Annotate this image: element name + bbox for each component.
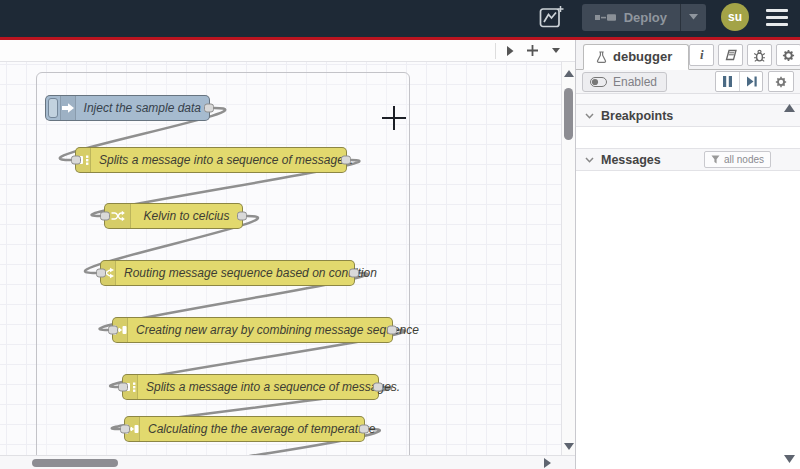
flow-export-icon — [538, 4, 565, 31]
workspace-region: Inject the sample dataSplits a message i… — [0, 40, 575, 469]
horizontal-scroll-thumb[interactable] — [32, 459, 118, 467]
chevron-down-icon — [585, 113, 594, 119]
messages-filter-button[interactable]: all nodes — [704, 151, 771, 168]
flow-export-button[interactable] — [537, 3, 567, 31]
info-button[interactable]: i — [689, 44, 714, 66]
bug-icon — [753, 49, 766, 62]
filter-label: all nodes — [724, 154, 764, 165]
node-change[interactable]: Kelvin to celcius — [104, 203, 243, 229]
debugger-step-controls — [715, 71, 763, 92]
node-output-port[interactable] — [341, 156, 351, 165]
node-output-port[interactable] — [204, 104, 214, 113]
flask-icon — [596, 51, 607, 63]
filter-icon — [711, 155, 720, 164]
node-output-port[interactable] — [373, 383, 383, 392]
node-label: Splits a message into a sequence of mess… — [138, 375, 408, 399]
play-icon — [506, 46, 514, 56]
section-breakpoints[interactable]: Breakpoints — [576, 104, 800, 127]
breakpoints-list-empty — [576, 127, 800, 148]
tab-debugger[interactable]: debugger — [583, 44, 689, 70]
deploy-button[interactable]: Deploy — [582, 4, 680, 31]
step-icon — [746, 76, 757, 87]
scroll-down-icon[interactable] — [564, 442, 574, 450]
chevron-down-icon — [552, 48, 560, 53]
flow-canvas[interactable]: Inject the sample dataSplits a message i… — [0, 62, 561, 455]
node-input-port[interactable] — [108, 326, 118, 335]
avatar-initials: su — [728, 10, 742, 24]
node-inject[interactable]: Inject the sample data — [45, 95, 210, 121]
workspace-tab-bar — [0, 40, 575, 62]
enabled-label: Enabled — [613, 75, 657, 89]
info-icon: i — [700, 47, 704, 63]
main-menu-button[interactable] — [764, 5, 790, 30]
sidebar-tab-bar: debugger i — [576, 40, 800, 70]
settings-button[interactable] — [776, 44, 800, 66]
node-label: Splits a message into a sequence of mess… — [91, 148, 361, 172]
node-label: Creating new array by combining message … — [128, 318, 427, 342]
node-output-port[interactable] — [349, 269, 359, 278]
deploy-split-button: Deploy — [582, 4, 706, 31]
user-avatar[interactable]: su — [721, 3, 749, 31]
sidebar-scroll-up-icon[interactable] — [784, 104, 795, 113]
gear-icon — [782, 49, 795, 62]
pause-button[interactable] — [716, 72, 739, 91]
tabbar-separator — [495, 43, 496, 59]
messages-list-empty — [576, 171, 800, 469]
add-flow-button[interactable] — [521, 41, 544, 61]
book-icon — [724, 49, 738, 61]
node-input-port[interactable] — [118, 383, 128, 392]
node-split[interactable]: Splits a message into a sequence of mess… — [122, 374, 379, 400]
debugger-toolbar: Enabled — [576, 70, 800, 94]
debugger-panel: Breakpoints Messages all nodes — [576, 94, 800, 469]
tab-scroll-right-button[interactable] — [498, 41, 521, 61]
node-input-port[interactable] — [96, 269, 106, 278]
flow-list-button[interactable] — [544, 41, 567, 61]
sidebar-tab-label: debugger — [613, 49, 672, 64]
messages-title: Messages — [601, 153, 661, 167]
breakpoints-title: Breakpoints — [601, 109, 673, 123]
node-input-port[interactable] — [120, 425, 130, 434]
node-split[interactable]: Splits a message into a sequence of mess… — [75, 147, 347, 173]
node-label: Kelvin to celcius — [131, 204, 242, 228]
node-output-port[interactable] — [237, 212, 247, 221]
inject-arrow-icon — [60, 96, 76, 120]
node-input-port[interactable] — [100, 212, 110, 221]
help-book-button[interactable] — [718, 44, 743, 66]
node-red-app: Deploy su — [0, 0, 800, 469]
menu-icon — [766, 9, 788, 12]
toggle-icon — [590, 77, 607, 87]
scroll-up-icon[interactable] — [564, 70, 574, 78]
inject-trigger-button[interactable] — [48, 98, 58, 118]
deploy-label: Deploy — [624, 10, 667, 25]
debugger-enabled-toggle[interactable]: Enabled — [582, 72, 667, 92]
gear-icon — [775, 76, 787, 88]
deploy-options-button[interactable] — [680, 4, 706, 31]
chevron-down-icon — [689, 14, 698, 20]
sidebar-scroll-down-icon[interactable] — [784, 454, 795, 463]
node-label: Routing message sequence based on condit… — [116, 261, 385, 285]
vertical-scroll-thumb[interactable] — [564, 88, 573, 140]
plus-icon — [527, 45, 538, 56]
node-output-port[interactable] — [359, 425, 369, 434]
top-navbar: Deploy su — [0, 0, 800, 40]
node-label: Inject the sample data — [76, 96, 209, 120]
chevron-down-icon — [585, 157, 594, 163]
step-button[interactable] — [739, 72, 762, 91]
scroll-right-icon[interactable] — [544, 458, 552, 468]
canvas-vertical-scrollbar[interactable] — [561, 62, 575, 455]
node-switch[interactable]: Routing message sequence based on condit… — [100, 260, 355, 286]
canvas-horizontal-scrollbar[interactable] — [0, 455, 575, 469]
node-label: Calculating the the average of temperatu… — [140, 417, 383, 441]
node-join[interactable]: Calculating the the average of temperatu… — [124, 416, 365, 442]
deploy-icon — [595, 11, 616, 24]
node-output-port[interactable] — [387, 326, 397, 335]
pause-icon — [723, 76, 732, 87]
node-input-port[interactable] — [71, 156, 81, 165]
node-join[interactable]: Creating new array by combining message … — [112, 317, 393, 343]
debug-messages-button[interactable] — [747, 44, 772, 66]
section-messages[interactable]: Messages all nodes — [576, 148, 800, 171]
debugger-settings-button[interactable] — [768, 71, 794, 92]
right-sidebar: debugger i — [575, 40, 800, 469]
